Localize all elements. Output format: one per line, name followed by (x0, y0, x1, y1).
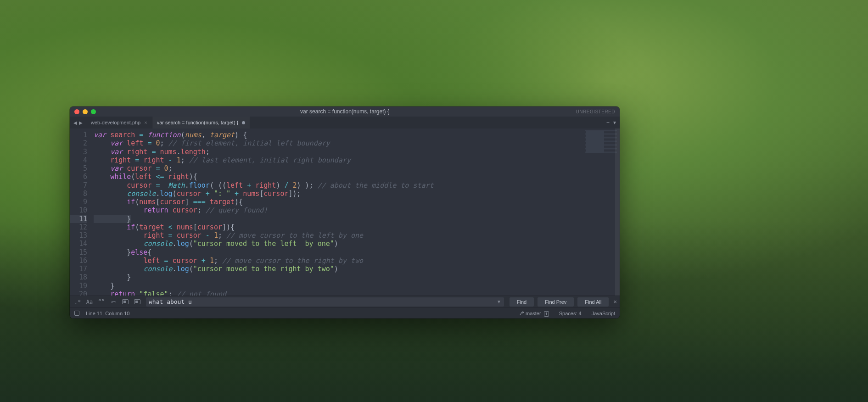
line-number[interactable]: 1 (70, 131, 87, 139)
status-bar: Line 11, Column 10 ⎇ master 1 Spaces: 4 … (70, 307, 620, 318)
maximize-icon[interactable] (91, 109, 96, 114)
branch-count: 1 (544, 311, 549, 317)
line-number[interactable]: 9 (70, 198, 87, 206)
line-number[interactable]: 20 (70, 290, 87, 296)
tab-label: web-development.php (91, 120, 140, 125)
line-number[interactable]: 6 (70, 173, 87, 181)
find-input-wrapper: ▼ (146, 297, 504, 307)
line-number[interactable]: 2 (70, 139, 87, 147)
code-line[interactable]: var search = function(nums, target) { (94, 131, 570, 139)
code-line[interactable]: while(left <= right){ (94, 173, 570, 181)
find-prev-button[interactable]: Find Prev (538, 297, 574, 307)
registration-badge: UNREGISTERED (576, 109, 615, 114)
code-line[interactable]: if(nums[cursor] === target){ (94, 198, 570, 206)
line-number[interactable]: 15 (70, 248, 87, 257)
code-line[interactable]: console.log(cursor + ": " + nums[cursor]… (94, 190, 570, 198)
code-line[interactable]: return cursor; // query found! (94, 206, 570, 214)
whole-word-toggle-icon[interactable]: “” (96, 297, 106, 307)
close-icon[interactable] (74, 109, 79, 114)
line-number-gutter: 1234567891011121314151617181920 (70, 128, 92, 296)
code-line[interactable]: } (94, 273, 570, 281)
traffic-lights (74, 109, 96, 114)
dirty-indicator-icon (242, 121, 245, 124)
line-number[interactable]: 19 (70, 282, 87, 290)
code-line[interactable]: var left = 0; // first element, initial … (94, 139, 570, 147)
find-bar: .* Aa “” ⤺ ▼ Find Find Prev Find All × (70, 296, 620, 307)
line-number[interactable]: 4 (70, 156, 87, 164)
tab-menu-icon[interactable]: ▾ (613, 119, 616, 126)
line-number[interactable]: 16 (70, 257, 87, 265)
in-selection-toggle-icon[interactable] (120, 297, 130, 307)
code-line[interactable]: if(target < nums[cursor]){ (94, 223, 570, 231)
branch-icon: ⎇ (518, 310, 524, 317)
minimize-icon[interactable] (83, 109, 88, 114)
line-number[interactable]: 14 (70, 240, 87, 248)
line-number[interactable]: 3 (70, 148, 87, 156)
indentation-selector[interactable]: Spaces: 4 (559, 311, 582, 316)
code-line[interactable]: console.log("cursor moved to the left by… (94, 240, 570, 248)
code-line[interactable]: right = cursor - 1; // move cursor to th… (94, 231, 570, 240)
nav-forward-icon[interactable]: ▶ (79, 120, 83, 125)
git-branch[interactable]: ⎇ master 1 (518, 310, 549, 317)
titlebar[interactable]: var search = function(nums, target) { UN… (70, 106, 620, 117)
file-tab[interactable]: web-development.php× (86, 117, 152, 128)
code-line[interactable]: cursor = Math.floor( ((left + right) / 2… (94, 181, 570, 190)
syntax-selector[interactable]: JavaScript (592, 311, 615, 316)
code-line[interactable]: var cursor = 0; (94, 164, 570, 173)
line-number[interactable]: 12 (70, 223, 87, 231)
find-all-button[interactable]: Find All (577, 297, 609, 307)
tab-bar: ◀ ▶ web-development.php×var search = fun… (70, 117, 620, 128)
code-area[interactable]: var search = function(nums, target) { va… (92, 128, 570, 296)
code-line[interactable]: console.log("cursor moved to the right b… (94, 265, 570, 273)
branch-name: master (526, 311, 541, 316)
find-input[interactable] (149, 298, 495, 305)
panel-switcher-icon[interactable] (74, 311, 79, 316)
line-number[interactable]: 18 (70, 273, 87, 281)
line-number[interactable]: 10 (70, 206, 87, 214)
wrap-toggle-icon[interactable]: ⤺ (108, 297, 118, 307)
new-tab-icon[interactable]: + (606, 119, 610, 126)
desktop-wallpaper: var search = function(nums, target) { UN… (0, 0, 868, 402)
window-title: var search = function(nums, target) { (70, 108, 620, 115)
close-tab-icon[interactable]: × (144, 120, 147, 125)
code-line[interactable]: }else{ (94, 248, 570, 257)
cursor-position[interactable]: Line 11, Column 10 (86, 311, 129, 316)
minimap[interactable] (570, 128, 620, 296)
file-tab[interactable]: var search = function(nums, target) { (152, 117, 251, 128)
line-number[interactable]: 17 (70, 265, 87, 273)
highlight-toggle-icon[interactable] (132, 297, 142, 307)
line-number[interactable]: 7 (70, 181, 87, 190)
regex-toggle-icon[interactable]: .* (73, 297, 83, 307)
find-button[interactable]: Find (510, 297, 534, 307)
nav-back-icon[interactable]: ◀ (73, 120, 77, 125)
code-line[interactable]: } (94, 282, 570, 290)
close-find-icon[interactable]: × (613, 298, 617, 305)
code-line[interactable]: right = right - 1; // last element, init… (94, 156, 570, 164)
code-editor[interactable]: 1234567891011121314151617181920 var sear… (70, 128, 620, 296)
minimap-preview (585, 130, 617, 153)
editor-window: var search = function(nums, target) { UN… (70, 106, 620, 318)
line-number[interactable]: 5 (70, 164, 87, 173)
find-history-dropdown-icon[interactable]: ▼ (497, 299, 501, 304)
case-sensitive-toggle-icon[interactable]: Aa (84, 297, 95, 307)
code-line[interactable]: var right = nums.length; (94, 148, 570, 156)
code-line[interactable]: } (94, 215, 131, 223)
scrollbar-thumb[interactable] (615, 128, 620, 296)
line-number[interactable]: 8 (70, 190, 87, 198)
line-number[interactable]: 11 (70, 215, 87, 223)
code-line[interactable]: left = cursor + 1; // move cursor to the… (94, 257, 570, 265)
tab-label: var search = function(nums, target) { (157, 120, 239, 125)
line-number[interactable]: 13 (70, 231, 87, 240)
code-line[interactable]: return "false"; // not found (94, 290, 570, 296)
